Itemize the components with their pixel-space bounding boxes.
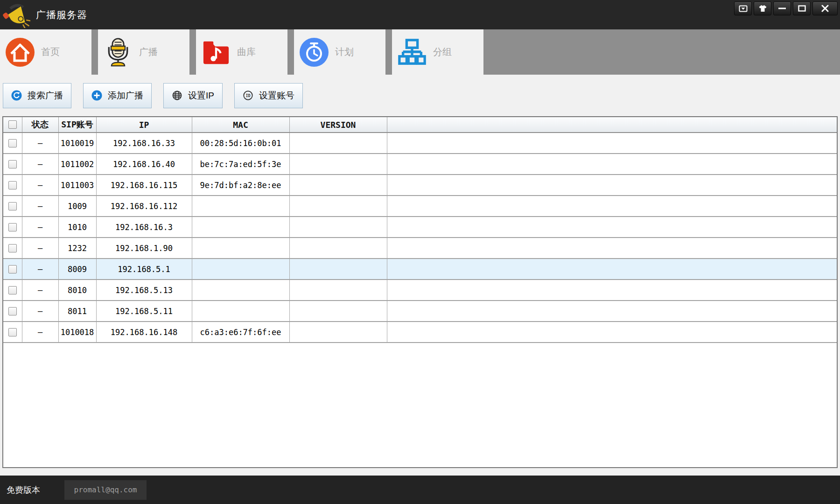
- cell-status: –: [22, 280, 58, 301]
- version-label: 免费版本: [7, 484, 40, 496]
- select-all-header: [3, 117, 22, 133]
- row-checkbox-cell: [3, 175, 22, 196]
- cell-status: –: [22, 133, 58, 154]
- cell-ip: 192.168.16.115: [96, 175, 192, 196]
- cell-extra: [387, 322, 837, 343]
- cell-extra: [387, 175, 837, 196]
- set-account-button[interactable]: ID 设置账号: [234, 83, 303, 108]
- row-checkbox[interactable]: [8, 139, 17, 147]
- cell-sip-account: 8011: [58, 301, 96, 322]
- search-broadcast-button[interactable]: 搜索广播: [3, 83, 71, 108]
- table-row[interactable]: – 8011 192.168.5.11: [3, 301, 837, 322]
- cell-extra: [387, 196, 837, 217]
- tray-button[interactable]: [734, 1, 752, 15]
- add-broadcast-button[interactable]: 添加广播: [83, 83, 152, 108]
- cell-version: [289, 280, 387, 301]
- cell-sip-account: 8010: [58, 280, 96, 301]
- id-circle-icon: ID: [243, 90, 253, 101]
- select-all-checkbox[interactable]: [8, 120, 17, 129]
- cell-sip-account: 1011003: [58, 175, 96, 196]
- cell-extra: [387, 301, 837, 322]
- cell-version: [289, 238, 387, 259]
- cell-sip-account: 1010: [58, 217, 96, 238]
- maximize-button[interactable]: [793, 1, 811, 15]
- tab-group[interactable]: 分组: [392, 29, 483, 75]
- row-checkbox[interactable]: [8, 202, 17, 210]
- add-broadcast-label: 添加广播: [108, 90, 143, 102]
- cell-status: –: [22, 238, 58, 259]
- row-checkbox[interactable]: [8, 307, 17, 315]
- cell-sip-account: 8009: [58, 259, 96, 280]
- cell-sip-account: 1011002: [58, 154, 96, 175]
- row-checkbox[interactable]: [8, 181, 17, 189]
- cell-mac: [192, 259, 289, 280]
- table-row[interactable]: – 8009 192.168.5.1: [3, 259, 837, 280]
- table-row[interactable]: – 1010 192.168.16.3: [3, 217, 837, 238]
- table-row[interactable]: – 1010019 192.168.16.33 00:28:5d:16:0b:0…: [3, 133, 837, 154]
- tab-broadcast[interactable]: 广播: [98, 29, 189, 75]
- row-checkbox[interactable]: [8, 286, 17, 294]
- row-checkbox[interactable]: [8, 265, 17, 273]
- cell-ip: 192.168.16.40: [96, 154, 192, 175]
- table-row[interactable]: – 1009 192.168.16.112: [3, 196, 837, 217]
- cell-mac: [192, 196, 289, 217]
- window-title: 广播服务器: [36, 8, 87, 21]
- cell-extra: [387, 154, 837, 175]
- table-row[interactable]: – 1232 192.168.1.90: [3, 238, 837, 259]
- tab-plan[interactable]: 计划: [294, 29, 385, 75]
- cell-mac: be:7c:7a:ed:5f:3e: [192, 154, 289, 175]
- set-account-label: 设置账号: [259, 90, 294, 102]
- row-checkbox[interactable]: [8, 328, 17, 336]
- cell-extra: [387, 217, 837, 238]
- row-checkbox[interactable]: [8, 160, 17, 168]
- header-mac: MAC: [192, 117, 289, 133]
- contact-email: promall@qq.com: [64, 480, 147, 500]
- device-table-area: 状态 SIP账号 IP MAC VERSION – 1010019 192.16…: [2, 116, 838, 468]
- table-row[interactable]: – 1011003 192.168.16.115 9e:7d:bf:a2:8e:…: [3, 175, 837, 196]
- cell-status: –: [22, 175, 58, 196]
- cell-status: –: [22, 259, 58, 280]
- table-row[interactable]: – 8010 192.168.5.13: [3, 280, 837, 301]
- row-checkbox-cell: [3, 154, 22, 175]
- table-row[interactable]: – 1010018 192.168.16.148 c6:a3:e6:7f:6f:…: [3, 322, 837, 343]
- microphone-icon: [103, 37, 133, 68]
- cell-extra: [387, 238, 837, 259]
- cell-ip: 192.168.16.112: [96, 196, 192, 217]
- cell-version: [289, 175, 387, 196]
- search-broadcast-label: 搜索广播: [28, 90, 63, 102]
- tabbar-filler: [490, 29, 840, 75]
- group-sitemap-icon: [397, 37, 427, 68]
- header-sip: SIP账号: [58, 117, 96, 133]
- window-controls: [734, 1, 838, 15]
- refresh-search-icon: [11, 90, 22, 101]
- header-extra: [387, 117, 837, 133]
- skin-button[interactable]: [754, 1, 771, 15]
- main-nav-tabbar: 首页 广播 曲库: [0, 29, 840, 75]
- device-table: 状态 SIP账号 IP MAC VERSION – 1010019 192.16…: [3, 117, 837, 343]
- tab-home[interactable]: 首页: [0, 29, 91, 75]
- tab-plan-label: 计划: [335, 46, 354, 58]
- cell-mac: [192, 217, 289, 238]
- device-table-body: – 1010019 192.168.16.33 00:28:5d:16:0b:0…: [3, 133, 837, 343]
- cell-version: [289, 154, 387, 175]
- set-ip-button[interactable]: 设置IP: [163, 83, 223, 108]
- maximize-icon: [798, 5, 806, 12]
- boxed-caret-down-icon: [739, 5, 748, 12]
- home-icon: [5, 37, 35, 68]
- header-ip: IP: [96, 117, 192, 133]
- cell-status: –: [22, 322, 58, 343]
- header-status: 状态: [22, 117, 58, 133]
- row-checkbox[interactable]: [8, 223, 17, 231]
- table-row[interactable]: – 1011002 192.168.16.40 be:7c:7a:ed:5f:3…: [3, 154, 837, 175]
- row-checkbox-cell: [3, 301, 22, 322]
- cell-version: [289, 133, 387, 154]
- tab-home-label: 首页: [41, 46, 60, 58]
- cell-ip: 192.168.5.11: [96, 301, 192, 322]
- close-button[interactable]: [812, 1, 838, 15]
- tab-library[interactable]: 曲库: [196, 29, 287, 75]
- cell-ip: 192.168.16.3: [96, 217, 192, 238]
- cell-sip-account: 1009: [58, 196, 96, 217]
- minimize-button[interactable]: [773, 1, 791, 15]
- tab-library-label: 曲库: [237, 46, 256, 58]
- row-checkbox[interactable]: [8, 244, 17, 252]
